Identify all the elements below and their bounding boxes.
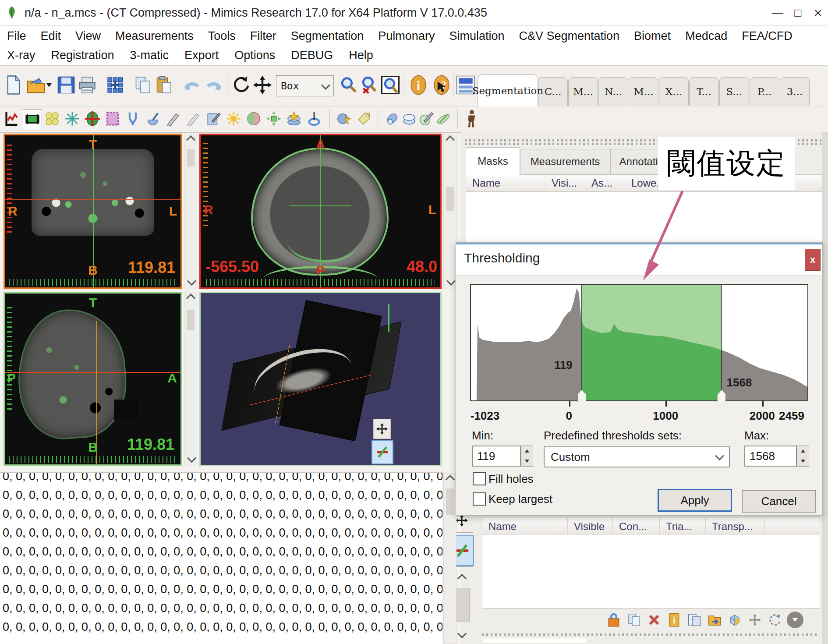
delete-x-icon[interactable] <box>646 612 662 628</box>
column-header-name[interactable]: Name <box>482 518 568 534</box>
erase-pencil-icon[interactable] <box>184 109 202 128</box>
menu-file[interactable]: File <box>7 29 26 43</box>
column-header-triangles[interactable]: Tria... <box>660 518 706 534</box>
menu-measurements[interactable]: Measurements <box>115 29 194 43</box>
lock-icon[interactable] <box>605 612 622 628</box>
multiple-slice-edit-icon[interactable] <box>417 109 435 128</box>
menu-xray[interactable]: X-ray <box>7 49 35 62</box>
max-spinner[interactable] <box>797 446 809 467</box>
erase-mask-icon[interactable] <box>144 109 162 128</box>
axial-scrollbar[interactable] <box>443 134 456 289</box>
sagittal-scrollbar[interactable] <box>184 292 197 466</box>
scroll-up-icon[interactable] <box>445 135 454 145</box>
cancel-button[interactable]: Cancel <box>742 490 816 513</box>
max-input[interactable]: 1568 <box>744 446 797 467</box>
region-growing-icon[interactable] <box>43 109 61 128</box>
scroll-thumb[interactable] <box>187 310 195 330</box>
menu-filter[interactable]: Filter <box>250 29 276 43</box>
open-file-button[interactable] <box>25 72 53 98</box>
info-button[interactable]: i <box>408 72 428 98</box>
menu-biomet[interactable]: Biomet <box>634 29 671 43</box>
crosshair-tool-button[interactable] <box>372 440 393 464</box>
doc-tab-9[interactable]: 3... <box>780 77 810 106</box>
paste-button[interactable] <box>154 72 174 98</box>
smooth-contour-icon[interactable] <box>434 109 453 128</box>
column-header-transparency[interactable]: Transp... <box>706 518 765 534</box>
zoom-in-button[interactable] <box>338 72 358 98</box>
dynamic-region-growing-icon[interactable] <box>63 109 81 128</box>
scroll-down-icon[interactable] <box>446 276 456 286</box>
column-header-as[interactable]: As... <box>585 175 625 191</box>
zoom-mode-dropdown[interactable]: Box <box>276 75 334 96</box>
axial-viewport[interactable]: A R L -565.50 P 48.0 <box>199 134 442 289</box>
scroll-down-icon[interactable] <box>187 276 196 286</box>
save-button[interactable] <box>56 72 76 98</box>
register-grid-button[interactable] <box>105 72 125 98</box>
view3d-viewport[interactable] <box>199 292 442 466</box>
duplicate-icon[interactable] <box>626 612 642 628</box>
panel-resize-strip[interactable] <box>482 638 586 644</box>
min-input[interactable]: 119 <box>472 446 521 467</box>
menu-simulation[interactable]: Simulation <box>449 29 504 43</box>
redo-button[interactable] <box>203 72 223 98</box>
menu-fea-cfd[interactable]: FEA/CFD <box>742 29 793 43</box>
panel-drag-handle[interactable] <box>482 633 819 636</box>
predefined-thresholds-dropdown[interactable]: Custom <box>544 446 730 467</box>
dialog-close-button[interactable]: x <box>805 249 821 271</box>
point-picker-icon[interactable] <box>305 109 323 128</box>
boolean-operations-icon[interactable] <box>400 109 418 128</box>
context-help-button[interactable]: ? <box>432 72 452 98</box>
edit-masks-icon[interactable] <box>103 109 122 128</box>
edit-contour-icon[interactable] <box>204 109 223 128</box>
doc-tab-8[interactable]: P... <box>750 77 779 106</box>
doc-tab-2[interactable]: M... <box>568 77 598 106</box>
spin-down-icon[interactable] <box>801 460 805 463</box>
axial-crosshair-horizontal[interactable] <box>290 205 352 206</box>
menu-debug[interactable]: DEBUG <box>291 49 333 62</box>
new-file-button[interactable] <box>4 72 24 98</box>
smooth-mask-icon[interactable] <box>265 109 283 128</box>
zoom-box-button[interactable] <box>380 72 400 98</box>
menu-pulmonary[interactable]: Pulmonary <box>378 29 435 43</box>
draw-pencil-icon[interactable] <box>164 109 182 128</box>
pan-view-button[interactable] <box>252 72 272 98</box>
column-header-contrast[interactable]: Con... <box>613 518 660 534</box>
doc-tab-3[interactable]: N... <box>598 77 628 106</box>
menu-options[interactable]: Options <box>234 49 275 62</box>
open-dropdown-caret[interactable] <box>46 83 52 87</box>
view-3d-icon[interactable] <box>726 612 743 628</box>
doc-tab-7[interactable]: S... <box>719 77 749 106</box>
menu-registration[interactable]: Registration <box>51 49 114 62</box>
tab-masks[interactable]: Masks <box>466 147 520 175</box>
rotate-arrow-icon[interactable] <box>767 612 783 628</box>
filter-menu-button[interactable] <box>787 612 803 628</box>
coronal-crosshair-horizontal[interactable] <box>5 199 180 200</box>
undo-button[interactable] <box>182 72 202 98</box>
menu-segmentation[interactable]: Segmentation <box>291 29 364 43</box>
scroll-up-icon[interactable] <box>186 294 195 303</box>
person-anatomy-icon[interactable] <box>463 109 481 128</box>
print-button[interactable] <box>77 72 97 98</box>
apply-button[interactable]: Apply <box>658 489 732 512</box>
mask-label-icon[interactable] <box>335 109 353 128</box>
rotate-view-button[interactable] <box>231 72 251 98</box>
scroll-thumb[interactable] <box>446 488 454 515</box>
spin-up-icon[interactable] <box>801 449 805 453</box>
sagittal-viewport[interactable]: T P A B 119.81 <box>4 292 182 466</box>
menu-view[interactable]: View <box>75 29 101 43</box>
close-button[interactable]: × <box>808 5 828 20</box>
scroll-up-icon[interactable] <box>445 475 454 484</box>
cavity-fill-icon[interactable] <box>244 109 263 128</box>
min-spinner[interactable] <box>521 446 533 467</box>
scroll-down-icon[interactable] <box>187 453 196 463</box>
spin-down-icon[interactable] <box>525 460 529 463</box>
keep-largest-checkbox[interactable] <box>473 492 486 506</box>
console-output-panel[interactable]: 0, 0, 0, 0, 0, 0, 0, 0, 0, 0, 0, 0, 0, 0… <box>0 472 442 644</box>
scroll-up-icon[interactable] <box>186 135 195 145</box>
fill-holes-checkbox[interactable] <box>473 472 486 485</box>
doc-tab-6[interactable]: T... <box>689 77 719 106</box>
maximize-button[interactable]: □ <box>788 5 808 20</box>
coronal-viewport[interactable]: T R L B 119.81 <box>4 134 182 289</box>
column-header-visible[interactable]: Visi... <box>545 175 585 191</box>
crop-mask-icon[interactable] <box>83 109 102 128</box>
